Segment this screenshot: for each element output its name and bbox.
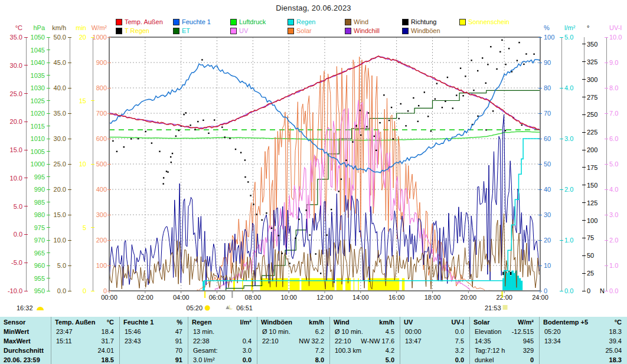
axis-tick-label: 1025 [31, 97, 45, 104]
axis-tick-label: 225 [587, 129, 597, 136]
axis-tick-label: 100 [587, 217, 597, 224]
axis-tick-label: 975 [34, 224, 45, 231]
table-cell: 0.0 [188, 355, 252, 364]
sunrise-time: 05:20 [187, 304, 203, 311]
axis-tick-label: 960 [34, 262, 45, 269]
axis-tick-label: 30 [544, 211, 551, 218]
axis-tick-label: 5.0 [14, 203, 22, 210]
table-cell: 31.7 [51, 336, 114, 346]
axis-tick-label: -5.0 [11, 259, 22, 266]
table-cell: 7.5 [400, 336, 464, 346]
axis-hpa: 1050104510401035103010251020101510101005… [31, 24, 50, 294]
axis-tick-label: 1005 [31, 148, 45, 155]
axis-tick-label: 1050 [31, 34, 45, 41]
axis-uvi: 10.09.08.07.06.05.04.03.02.01.00.0UV-I [605, 24, 622, 294]
table-cell: NW 32.2 [257, 336, 324, 346]
table-cell: 0.0 [400, 327, 464, 336]
axis-tick-label: 25 [587, 270, 594, 277]
axis-unit-label: % [544, 24, 550, 31]
table-cell: 3.2 [400, 346, 464, 355]
table-cell: 8.0 [257, 355, 324, 364]
axis-lm2: 5.04.03.02.01.00.0l/m² [560, 24, 576, 294]
axis-tick-label: 100 [544, 34, 554, 41]
axis-tick-label: 275 [587, 94, 597, 101]
axis-tick-label: 1015 [31, 123, 45, 130]
table-cell: 20.06. 23:59 [4, 355, 50, 364]
axis-tick-label: 965 [34, 250, 45, 257]
axis-tick-label: 25.0 [54, 160, 66, 168]
sunset-sun-icon [503, 305, 508, 310]
axis-min: 20151050min [76, 24, 94, 294]
axis-pct: 1009080706050403020100% [538, 24, 554, 294]
axis-tick-label: 1020 [31, 110, 45, 117]
moonrise-time: 16:32 [17, 304, 33, 311]
axis-tick-label: 955 [34, 275, 45, 282]
statistics-table: SensorMinWertMaxWertDurchschnitt20.06. 2… [0, 317, 627, 364]
axis-tick-label: 40.0 [54, 84, 66, 91]
sunrise-sun-icon [205, 306, 210, 311]
axis-tick-label: 800 [96, 84, 107, 91]
axis-unit-label: W/m² [92, 24, 107, 31]
axis-tick-label: 1.0 [609, 262, 618, 269]
axis-tick-label: 300 [587, 76, 597, 83]
table-cell: MinWert [4, 327, 50, 336]
table-cell: W-NW 17.6 [330, 336, 394, 346]
axis-tick-label: 60 [544, 135, 551, 142]
axis-tick-label: 400 [96, 186, 107, 193]
axis-tick-label: 100 [96, 262, 107, 269]
x-axis-label: 06:00 [209, 294, 226, 301]
table-cell: km/h [330, 317, 394, 327]
axis-tick-label: 2.0 [609, 237, 618, 244]
axis-tick-label: 20 [79, 34, 86, 41]
table-column-bodentemp-5: Bodentemp +5°C05:2018.313:3439.425.0418.… [539, 317, 627, 364]
table-cell: l/m² [188, 317, 252, 327]
axis-temp: 35.030.025.020.015.010.05.00.0-5.0-10.0°… [8, 24, 28, 294]
axis-tick-label: 4.0 [609, 186, 618, 193]
axis-tick-label: 10.0 [609, 34, 622, 41]
table-column-uv: UVUV-I00:000.013:477.53.20.0 [400, 317, 469, 364]
x-axis-label: 00:00 [101, 294, 117, 301]
axis-tick-label: 7.0 [609, 110, 618, 117]
table-cell: MaxWert [4, 336, 50, 346]
table-cell: W/m² [470, 317, 534, 327]
table-cell: 329 [470, 346, 534, 355]
table-cell: 0 [470, 355, 534, 364]
axis-tick-label: 5 [83, 224, 86, 231]
table-cell: 47 [120, 327, 182, 336]
axis-tick-label: 50.0 [54, 34, 66, 41]
axis-tick-label: 80 [544, 84, 551, 91]
table-cell: 70 [120, 346, 182, 355]
series-sonnenschein [233, 278, 404, 291]
table-column-wind: Windkm/hØ 10 min.4.522:10W-NW 17.6100.3 … [329, 317, 400, 364]
axis-tick-label: 20.0 [10, 118, 22, 125]
axis-extra-label: N [600, 287, 605, 294]
axis-unit-label: UV-I [609, 24, 622, 31]
table-cell: -12.515 [470, 327, 534, 336]
weather-chart-canvas: 35.030.025.020.015.010.05.00.0-5.0-10.0°… [0, 0, 627, 317]
axis-tick-label: 15 [79, 97, 86, 104]
x-axis-label: 24:00 [532, 294, 548, 301]
axis-tick-label: 970 [34, 237, 45, 244]
moonset-icon-cut [230, 304, 234, 309]
axis-tick-label: 700 [96, 110, 107, 117]
axis-tick-label: 10.0 [10, 175, 22, 182]
table-cell: 0.4 [188, 336, 252, 346]
axis-tick-label: 950 [34, 287, 45, 294]
axis-unit-label: km/h [52, 24, 66, 31]
axis-tick-label: 20.0 [54, 186, 66, 193]
table-cell: 945 [470, 336, 534, 346]
table-cell: 5.0 [330, 355, 394, 364]
axis-tick-label: 0 [83, 287, 86, 294]
axis-tick-label: 0.0 [14, 231, 22, 238]
axis-tick-label: 50 [544, 160, 551, 168]
axis-tick-label: 300 [96, 211, 107, 218]
axis-kmh: 50.045.040.035.030.025.020.015.010.05.00… [52, 24, 71, 294]
axis-tick-label: 5.0 [609, 160, 618, 168]
axis-tick-label: 30.0 [54, 135, 66, 142]
table-cell: 4.5 [330, 327, 394, 336]
x-axis-label: 02:00 [137, 294, 154, 301]
x-axis-label: 14:00 [352, 294, 369, 301]
x-axis-label: 08:00 [245, 294, 262, 301]
axis-tick-label: 0.0 [57, 287, 66, 294]
table-column-feuchte-1: Feuchte 1%15:464723:43917091 [119, 317, 188, 364]
